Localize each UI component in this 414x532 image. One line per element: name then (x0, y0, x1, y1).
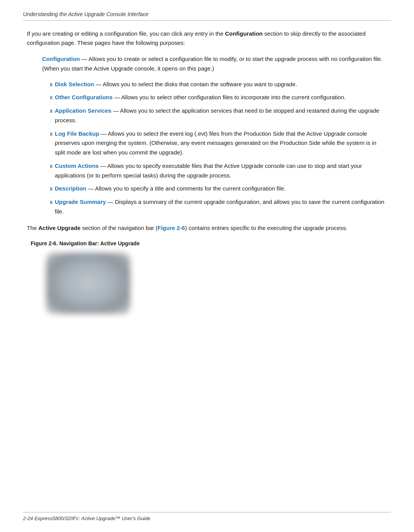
config-text: — Allows you to create or select a confi… (42, 56, 383, 72)
footer-paragraph: The Active Upgrade section of the naviga… (27, 223, 387, 233)
description-text: — Allows you to specify a title and comm… (87, 185, 286, 192)
figure-image-container (31, 253, 146, 314)
header-section: Understanding the Active Upgrade Console… (23, 11, 391, 21)
bullet-text: Application Services — Allows you to sel… (55, 106, 387, 125)
footer-text-1: The (27, 225, 38, 231)
page-container: Understanding the Active Upgrade Console… (0, 0, 414, 345)
other-configurations-link[interactable]: Other Configurations (55, 94, 113, 100)
list-item: x Disk Selection — Allows you to select … (50, 80, 387, 89)
bullet-list: x Disk Selection — Allows you to select … (50, 80, 387, 217)
log-file-backup-link[interactable]: Log File Backup (55, 130, 99, 137)
footer-text-3: ) contains entries specific to the execu… (185, 225, 348, 231)
footer-text-2: section of the navigation bar ( (80, 225, 158, 231)
list-item: x Other Configurations — Allows you to s… (50, 93, 387, 102)
bullet-marker: x (50, 80, 53, 89)
indented-section: Configuration — Allows you to create or … (42, 54, 387, 217)
log-file-backup-text: — Allows you to select the event log (.e… (55, 130, 376, 156)
bullet-marker: x (50, 130, 53, 138)
main-content: If you are creating or editing a configu… (23, 29, 391, 314)
page-footer: 2-24 Express5800/320Fc: Active Upgrade™ … (23, 512, 391, 521)
upgrade-summary-link[interactable]: Upgrade Summary (55, 199, 106, 205)
bullet-text: Disk Selection — Allows you to select th… (55, 80, 387, 89)
list-item: x Custom Actions — Allows you to specify… (50, 161, 387, 181)
bullet-text: Upgrade Summary — Displays a summary of … (55, 197, 387, 217)
list-item: x Description — Allows you to specify a … (50, 184, 387, 194)
bullet-text: Description — Allows you to specify a ti… (55, 184, 387, 194)
header-title: Understanding the Active Upgrade Console… (23, 11, 148, 17)
config-paragraph: Configuration — Allows you to create or … (42, 54, 387, 74)
bullet-marker: x (50, 198, 53, 207)
bullet-text: Other Configurations — Allows you to sel… (55, 93, 387, 102)
bullet-marker: x (50, 184, 53, 193)
figure-image (46, 253, 130, 314)
bullet-marker: x (50, 93, 53, 102)
custom-actions-link[interactable]: Custom Actions (55, 163, 99, 169)
bullet-marker: x (50, 107, 53, 115)
other-configurations-text: — Allows you to select other configurati… (113, 94, 346, 100)
footer-bold-1: Active Upgrade (38, 225, 80, 231)
disk-selection-text: — Allows you to select the disks that co… (94, 81, 297, 87)
configuration-link[interactable]: Configuration (42, 56, 80, 62)
figure-caption: Figure 2-6. Navigation Bar: Active Upgra… (31, 240, 387, 246)
bullet-text: Log File Backup — Allows you to select t… (55, 129, 387, 158)
list-item: x Application Services — Allows you to s… (50, 106, 387, 125)
intro-paragraph: If you are creating or editing a configu… (27, 29, 387, 48)
figure-2-6-link[interactable]: Figure 2-6 (158, 225, 185, 231)
list-item: x Upgrade Summary — Displays a summary o… (50, 197, 387, 217)
bullet-text: Custom Actions — Allows you to specify e… (55, 161, 387, 181)
application-services-link[interactable]: Application Services (55, 107, 112, 114)
bullet-marker: x (50, 162, 53, 171)
intro-bold-1: Configuration (225, 30, 263, 37)
page-footer-text: 2-24 Express5800/320Fc: Active Upgrade™ … (23, 516, 150, 521)
intro-text-1: If you are creating or editing a configu… (27, 30, 225, 37)
custom-actions-text: — Allows you to specify executable files… (55, 163, 362, 179)
list-item: x Log File Backup — Allows you to select… (50, 129, 387, 158)
description-link[interactable]: Description (55, 185, 87, 192)
disk-selection-link[interactable]: Disk Selection (55, 81, 94, 87)
